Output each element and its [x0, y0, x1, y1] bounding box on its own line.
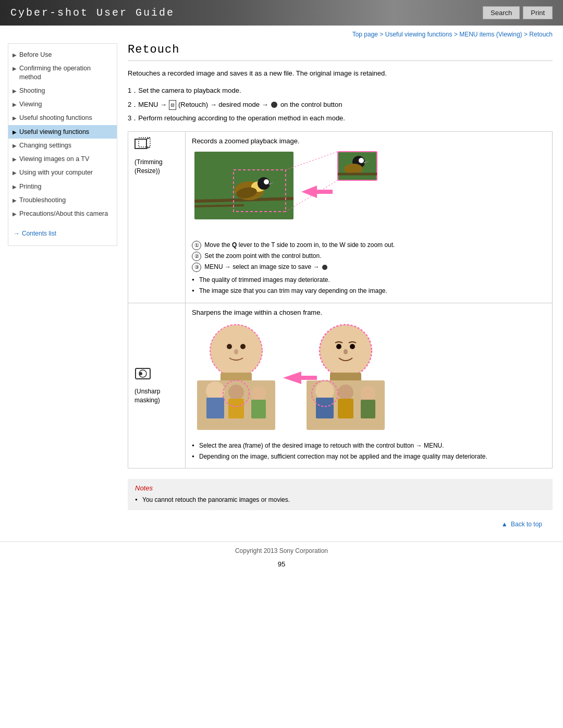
sidebar-label: Before Use — [19, 51, 52, 59]
page-number: 95 — [0, 557, 563, 573]
link-arrow-icon: → — [14, 230, 20, 237]
sidebar-item-computer[interactable]: ▶ Using with your computer — [8, 166, 117, 179]
step-num-1: ① — [192, 241, 201, 250]
arrow-icon: ▶ — [13, 156, 17, 163]
steps-list: 1．Set the camera to playback mode. 2．MEN… — [128, 85, 553, 124]
arrow-icon: ▶ — [13, 101, 17, 108]
svg-point-51 — [361, 386, 375, 401]
svg-point-29 — [240, 344, 246, 349]
svg-point-17 — [359, 158, 364, 163]
breadcrumb: Top page > Useful viewing functions > ME… — [0, 26, 563, 43]
sidebar-label: Viewing — [19, 100, 42, 108]
icon-cell-trimming: (Trimming(Resize)) — [128, 132, 186, 303]
back-arrow-icon: ▲ — [501, 521, 508, 528]
arrow-icon: ▶ — [13, 211, 17, 217]
svg-point-49 — [338, 385, 353, 400]
print-button[interactable]: Print — [523, 6, 553, 19]
sidebar-item-useful-viewing[interactable]: ▶ Useful viewing functions — [8, 125, 117, 139]
sidebar-item-before-use[interactable]: ▶ Before Use — [8, 48, 117, 61]
faces-illustration-svg — [192, 320, 390, 435]
sidebar-label: Changing settings — [19, 141, 71, 150]
sidebar-item-tv[interactable]: ▶ Viewing images on a TV — [8, 152, 117, 166]
faces-illustration — [192, 320, 546, 437]
trimming-description: Records a zoomed playback image. — [192, 137, 546, 145]
sidebar-label: Shooting — [19, 87, 45, 95]
arrow-icon: ▶ — [13, 65, 17, 72]
step-num-3: ③ — [192, 263, 201, 272]
table-row-trimming: (Trimming(Resize)) Records a zoomed play… — [128, 132, 553, 303]
trimming-svg-icon — [134, 137, 151, 152]
sidebar-item-useful-shooting[interactable]: ▶ Useful shooting functions — [8, 111, 117, 125]
sidebar-item-confirming[interactable]: ▶ Confirming the operation method — [8, 61, 117, 84]
trimming-icon — [134, 137, 179, 155]
sidebar-item-printing[interactable]: ▶ Printing — [8, 180, 117, 193]
svg-rect-48 — [316, 398, 334, 418]
copyright-text: Copyright 2013 Sony Corporation — [235, 547, 328, 554]
arrow-icon: ▶ — [13, 115, 17, 121]
unsharp-label: (Unsharpmasking) — [134, 387, 179, 405]
intro-text: Retouches a recorded image and saves it … — [128, 68, 553, 79]
sidebar-label: Precautions/About this camera — [19, 209, 108, 218]
notes-section: Notes You cannot retouch the panoramic i… — [128, 479, 553, 510]
footer: Copyright 2013 Sony Corporation — [0, 541, 563, 557]
arrow-icon: ▶ — [13, 88, 17, 94]
svg-rect-50 — [338, 399, 353, 418]
trimming-label: (Trimming(Resize)) — [134, 158, 179, 176]
back-to-top-label: Back to top — [511, 521, 542, 528]
back-to-top: ▲ Back to top — [128, 517, 553, 531]
page-title: Retouch — [128, 43, 553, 61]
arrow-icon: ▶ — [13, 197, 17, 204]
svg-point-33 — [206, 381, 225, 400]
bullet-item: Select the area (frame) of the desired i… — [192, 441, 546, 451]
svg-point-44 — [344, 349, 348, 354]
circle-icon-small — [322, 265, 327, 270]
app-title: Cyber-shot User Guide — [10, 7, 175, 19]
svg-point-19 — [344, 164, 363, 174]
svg-rect-52 — [361, 400, 375, 418]
svg-point-37 — [251, 386, 266, 401]
breadcrumb-retouch[interactable]: Retouch — [529, 31, 553, 38]
svg-point-28 — [227, 344, 232, 349]
header: Cyber-shot User Guide Search Print — [0, 0, 563, 26]
contents-link-label: Contents list — [22, 230, 56, 237]
sidebar-item-troubleshooting[interactable]: ▶ Troubleshooting — [8, 193, 117, 207]
bullet-item: The image size that you can trim may var… — [192, 286, 546, 296]
bullet-item: The quality of trimmed images may deteri… — [192, 275, 546, 285]
back-to-top-link[interactable]: ▲ Back to top — [501, 521, 542, 528]
svg-rect-38 — [251, 400, 266, 418]
sidebar-item-viewing[interactable]: ▶ Viewing — [8, 97, 117, 111]
svg-point-35 — [228, 385, 244, 400]
sidebar-item-precautions[interactable]: ▶ Precautions/About this camera — [8, 207, 117, 220]
step-1: 1．Set the camera to playback mode. — [128, 85, 553, 96]
unsharp-svg-icon — [134, 366, 151, 381]
sidebar-label: Useful viewing functions — [19, 128, 89, 136]
breadcrumb-menu[interactable]: MENU items (Viewing) — [459, 31, 522, 38]
svg-point-25 — [139, 372, 142, 375]
arrow-icon: ▶ — [13, 142, 17, 149]
svg-marker-14 — [301, 186, 333, 198]
notes-title: Notes — [135, 484, 545, 492]
breadcrumb-viewing[interactable]: Useful viewing functions — [385, 31, 452, 38]
arrow-icon: ▶ — [13, 129, 17, 135]
sidebar-label: Printing — [19, 182, 41, 191]
main-layout: ▶ Before Use ▶ Confirming the operation … — [0, 43, 563, 541]
unsharp-icon — [134, 366, 179, 384]
table-row-unsharp: (Unsharpmasking) Sharpens the image with… — [128, 303, 553, 468]
sidebar: ▶ Before Use ▶ Confirming the operation … — [8, 43, 117, 246]
sidebar-label: Viewing images on a TV — [19, 155, 89, 163]
step-2: 2．MENU → ⊡ (Retouch) → desired mode → on… — [128, 100, 553, 110]
contents-list-link[interactable]: → Contents list — [8, 226, 117, 241]
search-button[interactable]: Search — [483, 6, 520, 19]
bird-illustration-svg — [192, 149, 380, 235]
svg-point-47 — [315, 381, 334, 400]
trimming-substep-3: ③ MENU → select an image size to save → — [192, 263, 546, 272]
bullet-item: Depending on the image, sufficient corre… — [192, 452, 546, 462]
notes-item: You cannot retouch the panoramic images … — [135, 495, 545, 505]
sidebar-label: Using with your computer — [19, 168, 93, 177]
unsharp-bullets: Select the area (frame) of the desired i… — [192, 441, 546, 462]
sidebar-item-changing-settings[interactable]: ▶ Changing settings — [8, 139, 117, 152]
breadcrumb-top[interactable]: Top page — [352, 31, 378, 38]
sidebar-item-shooting[interactable]: ▶ Shooting — [8, 84, 117, 97]
circle-icon — [271, 102, 277, 108]
header-buttons: Search Print — [483, 6, 553, 19]
